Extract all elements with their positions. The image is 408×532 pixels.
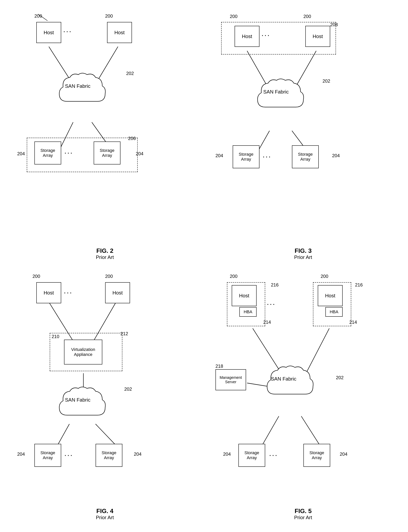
fig3-label: FIG. 3 Prior Art bbox=[294, 247, 312, 260]
host2-box: Host bbox=[305, 26, 330, 47]
ref-208: 208 bbox=[330, 22, 338, 27]
mgmt-box: ManagementServer bbox=[215, 369, 246, 390]
storage-dots: · · · bbox=[65, 453, 72, 459]
storage1-box: StorageArray bbox=[238, 444, 265, 467]
fig2-label: FIG. 2 Prior Art bbox=[96, 247, 114, 260]
ref-206: 206 bbox=[128, 136, 136, 141]
figure-4: 200 200 Host · · · Host 212 210 Virtuali… bbox=[8, 268, 202, 524]
ref-200-h2: 200 bbox=[321, 274, 328, 279]
host-dots: · · · bbox=[64, 290, 71, 296]
ref-214-h2: 214 bbox=[349, 319, 357, 325]
ref-204-left: 204 bbox=[223, 452, 231, 457]
ref-202: 202 bbox=[323, 78, 330, 84]
ref-218: 218 bbox=[215, 363, 223, 369]
host1-box: Host bbox=[235, 26, 259, 47]
ref-212: 212 bbox=[120, 331, 128, 336]
ref-202: 202 bbox=[336, 375, 344, 380]
ref-204-right: 204 bbox=[134, 452, 142, 457]
ref-200-h1: 200 bbox=[230, 274, 238, 279]
host1-box: Host bbox=[232, 285, 256, 306]
virt-box: VirtualizationAppliance bbox=[64, 340, 102, 364]
storage2-box: StorageArray bbox=[292, 145, 319, 168]
san-cloud: SAN Fabric bbox=[263, 363, 317, 402]
storage-dots: · · · bbox=[263, 154, 270, 160]
hba1-box: HBA bbox=[239, 307, 256, 317]
san-cloud: SAN Fabric bbox=[55, 385, 109, 423]
ref-204-right: 204 bbox=[332, 153, 340, 158]
ref-200-h1: 200 bbox=[230, 14, 238, 19]
storage1-box: StorageArray bbox=[34, 444, 61, 467]
ref-202: 202 bbox=[124, 386, 132, 392]
host2-box: Host bbox=[105, 282, 130, 303]
figure-5: 200 216 214 Host HBA · · · 200 216 214 H… bbox=[206, 268, 400, 524]
fig5-label: FIG. 5 Prior Art bbox=[294, 507, 312, 521]
ref-200-h2: 200 bbox=[105, 13, 113, 19]
svg-line-17 bbox=[301, 416, 320, 445]
ref-204-right: 204 bbox=[136, 151, 143, 156]
ref-214-h1: 214 bbox=[263, 319, 271, 325]
ref-202: 202 bbox=[126, 71, 134, 76]
ref-204-left: 204 bbox=[17, 151, 25, 156]
ref-204-left: 204 bbox=[215, 153, 223, 158]
storage2-box: StorageArray bbox=[94, 142, 120, 164]
hba2-box: HBA bbox=[325, 307, 343, 317]
storage-dots: · · · bbox=[269, 453, 277, 459]
storage1-box: StorageArray bbox=[34, 142, 61, 164]
figure-3: 200 200 208 Host · · · Host 202 SAN Fabr… bbox=[206, 8, 400, 264]
storage-dots: · · · bbox=[65, 150, 72, 156]
host1-box: Host bbox=[36, 22, 61, 43]
san-cloud: SAN Fabric bbox=[55, 71, 109, 109]
ref-200-h2: 200 bbox=[303, 14, 311, 19]
host-dots: · · · bbox=[267, 301, 274, 308]
svg-line-16 bbox=[262, 416, 279, 445]
ref-216-h1: 216 bbox=[271, 282, 279, 288]
host-dots: · · · bbox=[262, 33, 269, 39]
fig4-label: FIG. 4 Prior Art bbox=[96, 507, 114, 521]
ref-200-h2: 200 bbox=[105, 274, 113, 279]
host2-box: Host bbox=[318, 285, 343, 306]
host1-box: Host bbox=[36, 282, 61, 303]
ref-204-right: 204 bbox=[340, 452, 347, 457]
ref-200-h1: 200 bbox=[33, 274, 40, 279]
host2-box: Host bbox=[107, 22, 132, 43]
storage1-box: StorageArray bbox=[233, 145, 259, 168]
host-dots: · · · bbox=[63, 29, 71, 35]
ref-216-h2: 216 bbox=[355, 282, 363, 288]
storage2-box: StorageArray bbox=[303, 444, 330, 467]
san-cloud: SAN Fabric bbox=[254, 77, 307, 115]
ref-204-left: 204 bbox=[17, 452, 25, 457]
ref-210: 210 bbox=[52, 334, 59, 339]
figure-2: 200 200 Host · · · Host 202 SAN Fabric bbox=[8, 8, 202, 264]
storage2-box: StorageArray bbox=[96, 444, 122, 467]
